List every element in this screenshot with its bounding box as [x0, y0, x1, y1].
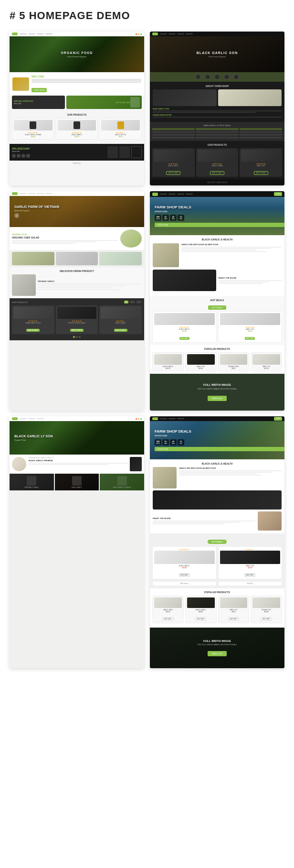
text-line — [181, 250, 257, 250]
dp-tab-1[interactable]: New — [129, 301, 135, 304]
add-cart-btn-3[interactable]: ADD TO CART — [254, 171, 268, 175]
popular-title-6: POPULAR PRODUCTS — [152, 591, 282, 594]
hero-section-4: FARM SHOP DEALS OFFER CODE: 999 DAYS 01 … — [150, 197, 284, 235]
count-sec-label: SEC — [179, 218, 183, 220]
feature-tag: PREMIUM BLACK GARLIC PRODUCT — [29, 457, 127, 459]
featured-content: ORGANIC GARLIC — [38, 280, 142, 291]
popular-item-6-3[interactable]: GARLIC OIL $9.00 ADD CART — [218, 596, 250, 623]
popular-item-1[interactable]: BLACK GARLIC $12.00 — [152, 352, 184, 371]
hero-shop-btn[interactable]: SHOP NOW — [155, 223, 284, 227]
table-cell-header — [196, 128, 238, 130]
icon-circle — [195, 74, 201, 80]
deal-btn-1[interactable]: ADD CART — [179, 337, 189, 340]
dp-item-1[interactable]: ★★★★★ SHARP GARLIC STOUT ADD TO CART — [12, 305, 54, 334]
hero-title-4: FARM SHOP DEALS — [155, 205, 284, 209]
product-dark-3[interactable]: ★★★★★ GARLIC SET ADD TO CART — [240, 148, 282, 177]
popular-grid-6: GARLIC PACK $12.00 ADD CART BLACK GARLIC… — [152, 596, 282, 623]
popular-item-6-4[interactable]: ORGANIC SET $14.00 ADD CART — [251, 596, 282, 623]
popular-btn-6-4[interactable]: ADD CART — [261, 617, 272, 621]
deal-btn-2[interactable]: ADD CART — [245, 337, 255, 340]
fw-btn-4[interactable]: FARM SHOP — [208, 396, 227, 401]
welcome-title: WELCOME — [32, 75, 141, 78]
dp-tab-2[interactable]: Sale — [136, 301, 142, 304]
hero-subtitle-3: Authentic Organic — [14, 209, 144, 212]
popular-btn-6-1[interactable]: ADD CART — [162, 617, 173, 621]
icon-circle — [205, 74, 210, 80]
about-line — [153, 117, 282, 118]
hero-title-2: BLACK GARLIC SON — [197, 51, 238, 54]
popular-item-6-1[interactable]: GARLIC PACK $12.00 ADD CART — [152, 596, 184, 623]
table-cell — [240, 134, 282, 136]
dark-promo-section: 25% DISCOUNT Special offer — [10, 144, 144, 161]
deal-item-2[interactable]: ★★★★★ GARLIC SET $18.00 ADD CART — [218, 311, 283, 343]
salad-content: ORGANIC FOOD ORGANIC CHEF SALAD — [12, 233, 118, 244]
dark-tile-label-1: PREMIUM LY GARLIC — [24, 487, 39, 488]
dot-red — [136, 418, 137, 420]
deal-item-1[interactable]: ★★★★★ BLACK GARLIC $12.00 ADD CART — [152, 311, 217, 343]
icon-circle — [214, 74, 220, 80]
product-item-1[interactable]: ★★★★★ BLACK GARLIC CREAM $12.00 — [12, 118, 54, 140]
full-width-section-6: FULL WIDTH IMAGE THE FULL WIDTH IMAGE SE… — [150, 628, 284, 668]
health-section-6: BLACK GARLIC & HEALTH GARLIC MIX WITH GO… — [150, 459, 284, 533]
popular-btn-6-2[interactable]: ADD CART — [195, 617, 206, 621]
text-line — [32, 79, 141, 80]
dp-tab-active[interactable]: All — [124, 301, 128, 304]
popular-grid-4: BLACK GARLIC $12.00 GARLIC SET $15.00 OR… — [152, 352, 282, 371]
dp-header: OUR PRODUCTS All New Sale — [12, 301, 142, 304]
fw-btn-6[interactable]: FARM SHOP — [208, 651, 227, 656]
dp-btn-3[interactable]: ADD TO CART — [114, 329, 127, 332]
dp-item-3[interactable]: ★★★★☆ BLACK GARLIC ADD TO CART — [99, 305, 142, 334]
thumbnail-1 — [12, 252, 54, 265]
popular-section-4: POPULAR PRODUCTS BLACK GARLIC $12.00 GAR… — [150, 345, 284, 374]
hd-item-1[interactable]: ★★★★★ BLACK GARLIC $12.00 ADD CART — [152, 546, 217, 579]
dp-img-2 — [57, 307, 97, 319]
nav-items-4 — [160, 194, 272, 195]
dot-yellow — [138, 418, 139, 420]
about-line — [153, 110, 282, 111]
product-item-2[interactable]: ★★★★★ BLACK GARLIC $15.00 — [56, 118, 98, 140]
icon-2 — [17, 154, 21, 158]
gallery-text: GALLERY FARM SHOP — [152, 181, 283, 184]
about-images — [153, 89, 282, 106]
icon-3 — [21, 154, 25, 158]
fw-title-6: FULL WIDTH IMAGE — [155, 640, 280, 642]
hd-item-2[interactable]: ★★★★☆ GARLIC SET $15.00 ADD CART — [218, 546, 283, 579]
popular-img-6-3 — [220, 597, 248, 608]
hd-btn-2[interactable]: ADD CART — [244, 573, 255, 577]
product-dark-2[interactable]: ★★★★★ GARLIC CREAM ADD TO CART — [196, 148, 239, 177]
shop-button[interactable]: SHOP NOW — [32, 88, 47, 92]
popular-price-6-4: $14.00 — [252, 611, 280, 613]
text-line — [12, 243, 75, 244]
dp-btn-1[interactable]: ADD TO CART — [26, 329, 40, 332]
popular-item-6-2[interactable]: BLACK GARLIC $18.00 ADD CART — [185, 596, 217, 623]
table-cell-header — [240, 128, 282, 130]
icon-4 — [26, 154, 30, 158]
demo-card-6: SHOP FARM SHOP DEALS OFFER CODE: 999DAYS… — [150, 416, 284, 668]
hd-btn-1[interactable]: ADD CART — [179, 573, 190, 577]
popular-item-2[interactable]: GARLIC SET $15.00 — [185, 352, 217, 371]
text-line — [12, 241, 97, 242]
thumbnail-2 — [56, 252, 98, 265]
dp-item-2[interactable]: ★★★★★ PRODUCT BLACK GARLIC ADD TO CART — [56, 305, 98, 334]
demo-card-2: BLACK GARLIC SON Farm Fresh Organic ABOU… — [150, 32, 284, 185]
product-item-3[interactable]: ★★★★☆ GARLIC BOTTLE $8.00 — [99, 118, 142, 140]
about-text-1: BLACK GARLIC LY SON — [153, 108, 282, 113]
nav-cta-btn[interactable]: SHOP — [274, 417, 282, 421]
add-cart-btn-2[interactable]: ADD TO CART — [210, 171, 224, 175]
popular-btn-6-3[interactable]: ADD CART — [228, 617, 239, 621]
product-dark-img-2 — [198, 150, 237, 162]
table-cell — [152, 131, 195, 133]
popular-item-4[interactable]: GARLIC OIL $11.00 — [251, 352, 282, 371]
featured-image — [12, 274, 36, 296]
product-dark-1[interactable]: ★★★★★ BLACK GARLIC ADD TO CART — [152, 148, 195, 177]
nav-btn-4[interactable]: SHOP — [274, 192, 282, 196]
dot-green — [140, 418, 142, 420]
dp-btn-2[interactable]: ADD TO CART — [70, 329, 84, 332]
add-cart-btn-1[interactable]: ADD TO CART — [166, 171, 180, 175]
hero-btn-6[interactable]: SHOP NOW — [155, 447, 284, 451]
count-min-6: 45MIN — [170, 439, 177, 445]
popular-item-3[interactable]: ORGANIC PACK $9.00 — [218, 352, 250, 371]
table-title: FARM GARLIC & PRICE TABLE — [152, 124, 282, 127]
hd-img-2 — [220, 551, 281, 564]
hot-deals-btn[interactable]: HOT DEALS — [208, 305, 227, 310]
